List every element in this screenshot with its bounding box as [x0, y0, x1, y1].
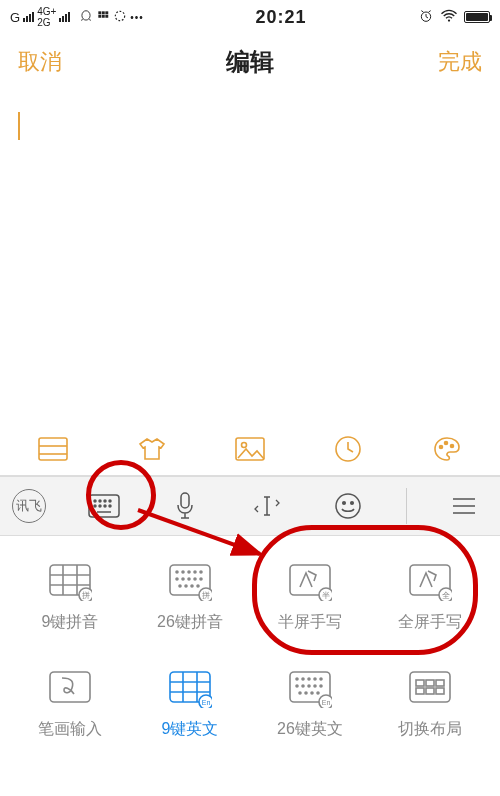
- grid9-pinyin-icon: 拼: [47, 562, 93, 602]
- svg-rect-1: [99, 11, 102, 14]
- status-bar: G 4G+ 2G ••• 20:21: [0, 0, 500, 34]
- wifi-icon: [440, 9, 458, 26]
- svg-text:拼: 拼: [82, 591, 90, 600]
- svg-rect-97: [436, 688, 444, 694]
- svg-point-14: [241, 442, 246, 447]
- svg-point-51: [188, 578, 190, 580]
- svg-point-86: [305, 692, 307, 694]
- text-cursor: [18, 112, 20, 140]
- svg-point-24: [94, 505, 96, 507]
- svg-point-76: [302, 678, 304, 680]
- page-title: 编辑: [226, 46, 274, 78]
- svg-point-83: [314, 685, 316, 687]
- svg-rect-4: [99, 14, 102, 17]
- header: 取消 编辑 完成: [0, 34, 500, 90]
- svg-rect-91: [410, 672, 450, 702]
- app-grid-icon: [96, 9, 110, 26]
- loading-icon: [113, 9, 127, 26]
- svg-text:拼: 拼: [202, 591, 210, 600]
- svg-point-31: [343, 502, 346, 505]
- grid26-en-icon: En: [287, 669, 333, 709]
- format-toolbar: [0, 422, 500, 476]
- svg-text:全: 全: [442, 591, 450, 600]
- svg-rect-10: [39, 438, 67, 460]
- svg-point-84: [320, 685, 322, 687]
- image-icon[interactable]: [230, 433, 270, 465]
- svg-rect-92: [416, 680, 424, 686]
- svg-point-81: [302, 685, 304, 687]
- input-method-grid: 拼 9键拼音 拼 26键拼音 半 半屏手写 全 全屏手写: [0, 536, 500, 770]
- input-method-row-1: 拼 9键拼音 拼 26键拼音 半 半屏手写 全 全屏手写: [10, 562, 490, 633]
- done-button[interactable]: 完成: [438, 47, 482, 77]
- menu-icon[interactable]: [440, 482, 488, 530]
- im-label: 9键拼音: [42, 612, 99, 633]
- im-label: 半屏手写: [278, 612, 342, 633]
- svg-point-53: [200, 578, 202, 580]
- keyboard-layout-button[interactable]: [80, 482, 128, 530]
- svg-point-48: [200, 571, 202, 573]
- im-switch-layout[interactable]: 切换布局: [380, 669, 480, 740]
- svg-point-20: [94, 500, 96, 502]
- svg-point-18: [450, 444, 453, 447]
- im-label: 26键拼音: [157, 612, 223, 633]
- svg-point-30: [336, 494, 360, 518]
- svg-point-57: [197, 585, 199, 587]
- stroke-icon: [47, 669, 93, 709]
- svg-point-23: [109, 500, 111, 502]
- svg-point-82: [308, 685, 310, 687]
- svg-point-85: [299, 692, 301, 694]
- svg-point-45: [182, 571, 184, 573]
- svg-rect-93: [426, 680, 434, 686]
- grid9-en-icon: En: [167, 669, 213, 709]
- svg-point-9: [448, 19, 450, 21]
- im-full-handwrite[interactable]: 全 全屏手写: [380, 562, 480, 633]
- qq-icon: [79, 9, 93, 26]
- im-label: 全屏手写: [398, 612, 462, 633]
- svg-rect-6: [106, 14, 109, 17]
- network-labels: 4G+ 2G: [37, 6, 56, 28]
- im-label: 切换布局: [398, 719, 462, 740]
- full-handwrite-icon: 全: [407, 562, 453, 602]
- half-handwrite-icon: 半: [287, 562, 333, 602]
- shirt-icon[interactable]: [132, 433, 172, 465]
- im-stroke[interactable]: 笔画输入: [20, 669, 120, 740]
- svg-point-7: [116, 11, 125, 20]
- input-method-row-2: 笔画输入 En 9键英文 En 26键英文 切换布局: [10, 669, 490, 740]
- battery-icon: [464, 11, 490, 23]
- svg-rect-95: [416, 688, 424, 694]
- annotation-arrow: [130, 504, 290, 564]
- svg-point-17: [444, 441, 447, 444]
- status-right: [418, 8, 490, 27]
- im-26key-en[interactable]: En 26键英文: [260, 669, 360, 740]
- clock-icon[interactable]: [328, 433, 368, 465]
- svg-point-78: [314, 678, 316, 680]
- signal-bars-icon-2: [59, 12, 70, 22]
- svg-point-26: [104, 505, 106, 507]
- divider: [406, 488, 407, 524]
- emoji-icon[interactable]: [324, 482, 372, 530]
- im-9key-en[interactable]: En 9键英文: [140, 669, 240, 740]
- im-9key-pinyin[interactable]: 拼 9键拼音: [20, 562, 120, 633]
- alarm-icon: [418, 8, 434, 27]
- svg-point-27: [109, 505, 111, 507]
- svg-point-46: [188, 571, 190, 573]
- palette-icon[interactable]: [427, 433, 467, 465]
- svg-rect-3: [106, 11, 109, 14]
- svg-point-87: [311, 692, 313, 694]
- im-half-handwrite[interactable]: 半 半屏手写: [260, 562, 360, 633]
- list-icon[interactable]: [33, 433, 73, 465]
- svg-text:半: 半: [322, 591, 330, 600]
- text-editor[interactable]: [0, 90, 500, 422]
- ime-logo-button[interactable]: 讯飞: [12, 489, 46, 523]
- svg-point-47: [194, 571, 196, 573]
- svg-point-55: [185, 585, 187, 587]
- svg-rect-94: [436, 680, 444, 686]
- cancel-button[interactable]: 取消: [18, 47, 62, 77]
- svg-point-80: [296, 685, 298, 687]
- im-26key-pinyin[interactable]: 拼 26键拼音: [140, 562, 240, 633]
- svg-point-16: [439, 445, 442, 448]
- svg-point-32: [351, 502, 354, 505]
- more-icon: •••: [130, 12, 144, 23]
- im-label: 笔画输入: [38, 719, 102, 740]
- carrier-label: G: [10, 10, 20, 25]
